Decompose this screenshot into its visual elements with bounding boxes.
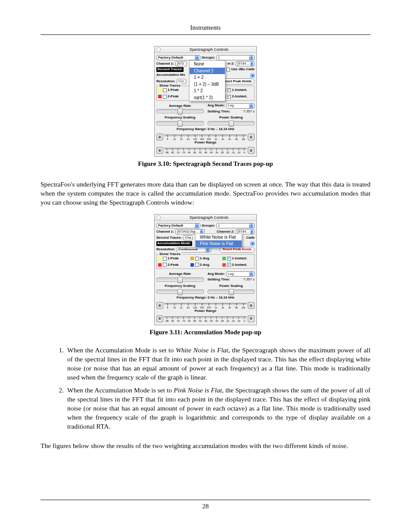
- trace-1-instant[interactable]: ✓1-Instant.: [222, 256, 253, 261]
- accumulation-mode-list: When the Accumulation Mode is set to Whi…: [40, 346, 371, 431]
- svg-text:500: 500: [207, 138, 211, 140]
- power-ruler[interactable]: -88-82-76-70-64-58-52-46-40-34-28-22-16-…: [164, 147, 247, 154]
- trace-2-peak[interactable]: 2-Peak: [158, 263, 189, 268]
- settling-value: 7.357 s: [243, 277, 255, 282]
- freq-ruler[interactable]: 81631621252505001k2k4k8k16k: [164, 134, 247, 140]
- panel-title: Spectragraph Controls: [163, 215, 255, 220]
- svg-text:-76: -76: [176, 319, 180, 322]
- svg-text:16k: 16k: [242, 138, 246, 140]
- panel-titlebar: Spectragraph Controls: [155, 215, 256, 221]
- power-knob-left[interactable]: ⊕: [156, 147, 163, 154]
- second-traces-dropdown[interactable]: Cha: [183, 235, 193, 240]
- menu-item[interactable]: Pink Noise is Flat: [196, 240, 242, 247]
- list-item: When the Accumulation Mode is set to Whi…: [65, 346, 371, 382]
- freq-scaling-slider[interactable]: [156, 289, 204, 294]
- accumulation-label: Accumulation Mode:: [156, 241, 192, 246]
- svg-text:8: 8: [167, 306, 168, 309]
- average-rate-slider[interactable]: [156, 277, 204, 282]
- freq-scaling-slider[interactable]: [156, 121, 204, 125]
- groups-label: Groups:: [202, 56, 215, 60]
- menu-item[interactable]: White Noise is Flat: [196, 234, 242, 241]
- groups-value: 1: [218, 56, 220, 60]
- menu-item[interactable]: (1 + 2) – 3dB: [190, 81, 225, 88]
- trace-2-peak[interactable]: 2-Peak: [158, 94, 189, 99]
- groups-dropdown[interactable]: 1▾: [216, 55, 255, 60]
- freq-range-label: Frequency Range: 0 Hz – 16.10 kHz: [156, 296, 255, 300]
- svg-text:-82: -82: [171, 151, 174, 154]
- svg-text:-22: -22: [226, 151, 229, 154]
- power-scaling-slider[interactable]: [208, 289, 255, 294]
- svg-text:31: 31: [180, 306, 183, 309]
- power-knob-left[interactable]: ⊕: [156, 315, 163, 322]
- avg-mode-dropdown[interactable]: Log▾: [226, 271, 255, 277]
- trace-2-instant[interactable]: ✓2-Instant.: [222, 94, 253, 99]
- trace-1-avg[interactable]: 1-Avg.: [190, 256, 221, 261]
- trace-1-peak[interactable]: 1-Peak: [158, 256, 189, 261]
- paragraph-2: The figures below show the results of th…: [40, 442, 371, 451]
- use-dbu-checkbox[interactable]: [226, 68, 230, 72]
- settling-label: Settling Time:: [208, 109, 230, 114]
- power-knob-right[interactable]: ⊕: [248, 147, 255, 154]
- channel2-dropdown[interactable]: [5734…▾: [236, 61, 255, 66]
- menu-item[interactable]: 1 * 2: [190, 87, 225, 94]
- power-scaling-label: Power Scaling: [208, 284, 255, 289]
- power-range-label: Power Range: [156, 309, 255, 314]
- svg-text:-70: -70: [182, 151, 185, 154]
- svg-text:62: 62: [187, 306, 190, 309]
- svg-text:-76: -76: [176, 151, 180, 154]
- freq-ruler[interactable]: 81631621252505001k2k4k8k16k: [164, 302, 247, 309]
- preset-dropdown[interactable]: Factory Default▾: [156, 223, 200, 228]
- preset-dropdown[interactable]: Factory Default▾: [156, 55, 200, 60]
- channel1-dropdown[interactable]: [573: [175, 61, 187, 66]
- close-icon[interactable]: [156, 47, 161, 52]
- reset-peak-holds-button[interactable]: Reset Peak Holds: [220, 247, 255, 253]
- svg-text:-40: -40: [209, 151, 213, 154]
- avg-mode-label: Avg Mode:: [208, 103, 225, 108]
- power-scaling-slider[interactable]: [208, 121, 255, 125]
- close-icon[interactable]: [156, 215, 161, 220]
- figure-caption-1: Figure 3.10: Spectragraph Second Traces …: [138, 159, 273, 168]
- accumulation-mode-menu[interactable]: White Noise is FlatPink Noise is Flat: [195, 233, 242, 248]
- resolution-label: Resolution:: [156, 247, 175, 252]
- channel1-label: Channel 1:: [156, 230, 174, 234]
- power-ruler[interactable]: -88-82-76-70-64-58-52-46-40-34-28-22-16-…: [164, 315, 247, 322]
- show-traces-group: Show Traces 1-Peak 2-Peak 1-Avg. 2-Avg. …: [156, 254, 255, 269]
- trace-2-instant[interactable]: ✓2-Instant.: [222, 263, 253, 268]
- menu-item[interactable]: sqrt(1 * 2): [190, 94, 225, 101]
- menu-item[interactable]: None: [190, 61, 225, 68]
- trace-1-peak[interactable]: 1-Peak: [158, 88, 189, 93]
- channel1-value: [573: [177, 62, 184, 66]
- freq-knob-left[interactable]: ⊕: [156, 302, 163, 309]
- show-traces-title: Show Traces: [159, 252, 181, 257]
- panel-titlebar: Spectragraph Controls: [155, 47, 256, 53]
- svg-text:-64: -64: [187, 151, 191, 154]
- svg-text:8k: 8k: [235, 306, 238, 309]
- spectragraph-panel-1: Spectragraph Controls Factory Default▾ G…: [154, 46, 257, 157]
- svg-text:-88: -88: [165, 319, 169, 322]
- paragraph-1: SpectraFoo's underlying FFT generates mo…: [40, 180, 371, 207]
- figure-3-11: Spectragraph Controls Factory Default▾ G…: [40, 214, 371, 336]
- preset-label: Factory Default: [158, 56, 183, 60]
- channel1-label: Channel 1:: [156, 62, 174, 66]
- svg-text:125: 125: [193, 138, 197, 140]
- power-knob-right[interactable]: ⊕: [248, 315, 255, 322]
- freq-knob-right[interactable]: ⊕: [248, 134, 255, 140]
- resolution-dropdown[interactable]: Continuous▾: [177, 247, 211, 252]
- trace-2-avg[interactable]: 2-Avg.: [190, 263, 221, 268]
- second-traces-label: Second Traces:: [156, 67, 184, 72]
- menu-item[interactable]: Channel 2: [190, 68, 225, 75]
- average-rate-slider[interactable]: [156, 109, 204, 113]
- trace-1-instant[interactable]: ✓1-Instant.: [222, 88, 253, 93]
- svg-text:31: 31: [180, 138, 183, 140]
- second-traces-menu[interactable]: NoneChannel 21 + 2(1 + 2) – 3dB1 * 2sqrt…: [189, 60, 225, 101]
- freq-knob-right[interactable]: ⊕: [248, 302, 255, 309]
- svg-text:-34: -34: [215, 319, 218, 322]
- svg-text:8: 8: [167, 138, 168, 140]
- list-item: When the Accumulation Mode is set to Pin…: [65, 386, 371, 431]
- menu-item[interactable]: 1 + 2: [190, 74, 225, 81]
- avg-mode-dropdown[interactable]: Log▾: [226, 103, 255, 109]
- calib-label: Calib: [246, 236, 255, 240]
- svg-text:-58: -58: [193, 151, 196, 154]
- groups-dropdown[interactable]: 1▾: [216, 223, 255, 228]
- freq-knob-left[interactable]: ⊕: [156, 134, 163, 140]
